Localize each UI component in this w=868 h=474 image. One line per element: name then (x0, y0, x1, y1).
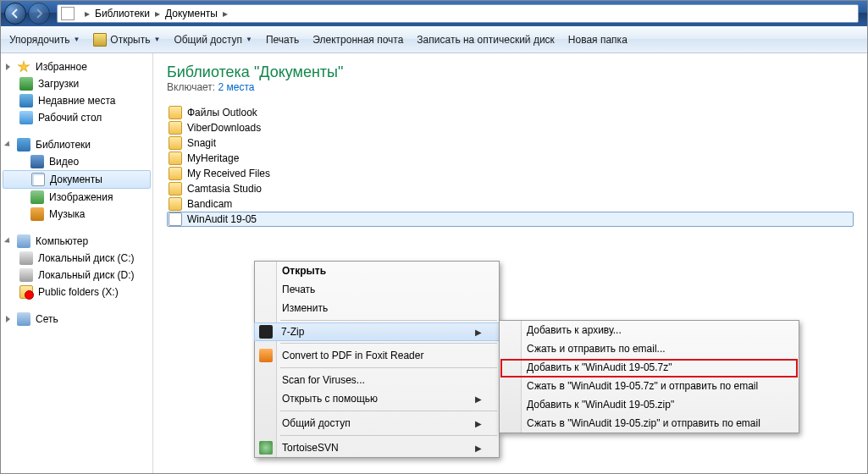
organize-button[interactable]: Упорядочить▼ (9, 34, 80, 46)
email-button[interactable]: Электронная почта (312, 34, 403, 46)
menu-item[interactable]: 7-Zip▶ (254, 322, 500, 341)
folder-icon (169, 167, 182, 180)
menu-item-label: Добавить к архиву... (527, 324, 622, 336)
foxit-icon (259, 349, 273, 362)
menu-item-label: Печать (282, 284, 315, 295)
sidebar-item-desktop[interactable]: Рабочий стол (1, 109, 152, 126)
new-folder-button[interactable]: Новая папка (568, 34, 628, 46)
menu-item[interactable]: Convert to PDF in Foxit Reader (255, 346, 499, 365)
menu-separator (280, 411, 497, 411)
expand-icon (6, 316, 10, 322)
menu-item[interactable]: Добавить к "WinAudit 19-05.7z" (500, 358, 799, 377)
expand-icon (6, 63, 10, 70)
item-label: Snagit (187, 137, 216, 149)
menu-item-label: Сжать в "WinAudit 19-05.zip" и отправить… (527, 417, 760, 429)
chevron-right-icon[interactable]: ▸ (155, 8, 160, 19)
item-label: Bandicam (187, 198, 232, 210)
folder-item[interactable]: My Received Files (167, 166, 854, 181)
sevenzip-icon (259, 325, 273, 339)
sidebar-item-disk-c[interactable]: Локальный диск (C:) (1, 250, 152, 267)
sidebar-item-music[interactable]: Музыка (1, 206, 152, 223)
recent-icon (19, 94, 33, 107)
menu-item-label: Общий доступ (282, 417, 351, 429)
print-button[interactable]: Печать (266, 34, 299, 46)
location-icon (61, 7, 75, 20)
item-label: WinAudit 19-05 (187, 213, 257, 225)
folder-item[interactable]: ViberDownloads (167, 120, 854, 135)
menu-separator (280, 367, 497, 368)
libraries-header[interactable]: Библиотеки (1, 136, 152, 153)
folder-icon (169, 106, 182, 119)
file-list: Файлы OutlookViberDownloadsSnagitMyHerit… (167, 105, 854, 227)
chevron-down-icon: ▼ (153, 36, 160, 43)
video-icon (30, 155, 44, 168)
sidebar-item-documents[interactable]: Документы (3, 170, 151, 189)
sidebar-item-recent[interactable]: Недавние места (1, 92, 152, 109)
menu-item[interactable]: Сжать в "WinAudit 19-05.7z" и отправить … (500, 377, 799, 395)
disk-icon (19, 251, 33, 265)
menu-item[interactable]: Сжать в "WinAudit 19-05.zip" и отправить… (500, 414, 799, 433)
back-button[interactable] (4, 3, 26, 25)
folder-icon (169, 121, 182, 135)
chevron-down-icon: ▼ (73, 36, 80, 43)
menu-item[interactable]: Общий доступ▶ (255, 414, 499, 433)
computer-header[interactable]: Компьютер (1, 233, 152, 250)
menu-separator (280, 343, 497, 344)
menu-item[interactable]: Scan for Viruses... (255, 371, 499, 389)
svn-icon (259, 441, 273, 455)
library-subtitle: Включает: 2 места (167, 81, 854, 93)
sidebar-item-videos[interactable]: Видео (1, 153, 152, 170)
sidebar-item-downloads[interactable]: Загрузки (1, 75, 152, 92)
folder-item[interactable]: MyHeritage (167, 151, 854, 166)
folder-icon (169, 152, 182, 165)
menu-item[interactable]: Сжать и отправить по email... (500, 339, 799, 358)
includes-link[interactable]: 2 места (218, 81, 255, 93)
item-label: My Received Files (187, 168, 270, 179)
favorites-header[interactable]: Избранное (1, 58, 152, 75)
sidebar-item-pictures[interactable]: Изображения (1, 189, 152, 206)
expand-icon (4, 237, 12, 245)
breadcrumb-root[interactable]: Библиотеки (95, 8, 150, 19)
navigation-pane: Избранное Загрузки Недавние места Рабочи… (1, 53, 153, 474)
menu-item[interactable]: Добавить к "WinAudit 19-05.zip" (500, 395, 799, 414)
library-title: Библиотека "Документы" (167, 63, 854, 81)
folder-item[interactable]: Camtasia Studio (167, 181, 854, 196)
folder-item[interactable]: Bandicam (167, 196, 854, 212)
breadcrumb-current[interactable]: Документы (165, 8, 218, 19)
share-button[interactable]: Общий доступ▼ (174, 34, 252, 46)
menu-item-label: Convert to PDF in Foxit Reader (282, 350, 423, 361)
desktop-icon (19, 111, 33, 124)
file-icon (169, 212, 182, 226)
forward-button[interactable] (28, 3, 50, 25)
context-menu: ОткрытьПечатьИзменить7-Zip▶Convert to PD… (254, 261, 500, 458)
submenu-arrow-icon: ▶ (460, 394, 482, 404)
chevron-down-icon: ▼ (246, 36, 252, 43)
download-icon (19, 77, 33, 91)
image-icon (30, 190, 44, 204)
command-bar: Упорядочить▼ Открыть▼ Общий доступ▼ Печа… (1, 26, 867, 53)
network-icon (17, 312, 30, 326)
menu-item[interactable]: Открыть с помощью▶ (255, 389, 499, 408)
menu-item-label: Добавить к "WinAudit 19-05.zip" (527, 399, 674, 411)
burn-button[interactable]: Записать на оптический диск (417, 34, 555, 46)
chevron-right-icon[interactable]: ▸ (223, 8, 228, 19)
menu-item[interactable]: TortoiseSVN▶ (255, 438, 499, 457)
address-bar[interactable]: ▸ Библиотеки ▸ Документы ▸ (57, 4, 859, 23)
chevron-right-icon[interactable]: ▸ (85, 8, 90, 19)
menu-item[interactable]: Добавить к архиву... (500, 321, 799, 339)
menu-item-label: Открыть (282, 265, 326, 277)
submenu-arrow-icon: ▶ (460, 328, 482, 337)
file-item[interactable]: WinAudit 19-05 (167, 212, 854, 227)
folder-item[interactable]: Snagit (167, 135, 854, 151)
menu-item-label: Открыть с помощью (282, 393, 378, 405)
menu-item[interactable]: Изменить (255, 299, 499, 317)
menu-item[interactable]: Печать (255, 280, 499, 299)
menu-item[interactable]: Открыть (255, 262, 499, 280)
sidebar-item-public-folders[interactable]: Public folders (X:) (1, 284, 152, 300)
folder-item[interactable]: Файлы Outlook (167, 105, 854, 120)
sidebar-item-disk-d[interactable]: Локальный диск (D:) (1, 267, 152, 284)
menu-item-label: Scan for Viruses... (282, 374, 365, 386)
open-button[interactable]: Открыть▼ (93, 33, 160, 47)
network-header[interactable]: Сеть (1, 311, 152, 328)
folder-disconnected-icon (19, 285, 33, 299)
